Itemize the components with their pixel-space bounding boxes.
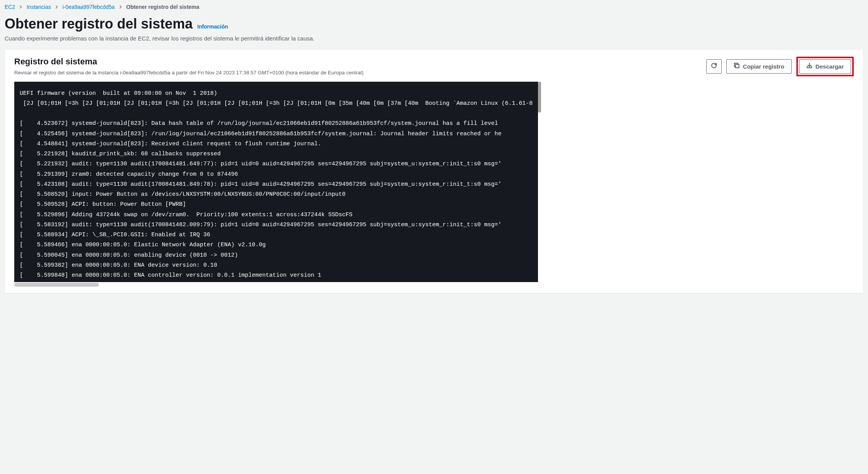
chevron-right-icon — [55, 4, 59, 10]
system-log-output[interactable]: UEFI firmware (version built at 09:00:00… — [14, 82, 538, 282]
download-icon — [806, 62, 813, 71]
breadcrumb-instance-id[interactable]: i-0ea9aa997febcdd5a — [62, 4, 114, 10]
info-link[interactable]: Información — [197, 24, 228, 30]
panel-description: Revisar el registro del sistema de la in… — [14, 70, 364, 76]
download-highlight: Descargar — [796, 57, 854, 76]
breadcrumb-instances[interactable]: Instancias — [27, 4, 51, 10]
refresh-icon — [711, 62, 717, 71]
page-title: Obtener registro del sistema — [5, 15, 193, 32]
breadcrumb: EC2 Instancias i-0ea9aa997febcdd5a Obten… — [0, 0, 868, 14]
panel-toolbar: Copiar registro Descargar — [706, 57, 854, 76]
download-label: Descargar — [816, 63, 844, 71]
download-button[interactable]: Descargar — [799, 59, 851, 74]
copy-icon — [734, 62, 740, 71]
refresh-button[interactable] — [706, 59, 722, 74]
scrollbar-thumb[interactable] — [14, 283, 99, 287]
log-vertical-scrollbar[interactable] — [538, 82, 541, 282]
chevron-right-icon — [19, 4, 23, 10]
panel-title: Registro del sistema — [14, 57, 364, 67]
page-description: Cuando experimente problemas con la inst… — [5, 35, 863, 42]
copy-log-label: Copiar registro — [743, 63, 784, 71]
log-horizontal-scrollbar[interactable] — [14, 283, 854, 287]
log-container: UEFI firmware (version built at 09:00:00… — [5, 82, 863, 293]
copy-log-button[interactable]: Copiar registro — [726, 59, 792, 74]
chevron-right-icon — [119, 4, 122, 10]
breadcrumb-current: Obtener registro del sistema — [126, 4, 199, 10]
page-header: Obtener registro del sistema Información… — [0, 14, 868, 49]
svg-rect-0 — [736, 64, 739, 68]
scrollbar-thumb[interactable] — [538, 82, 541, 113]
system-log-panel: Registro del sistema Revisar el registro… — [5, 49, 863, 293]
breadcrumb-ec2[interactable]: EC2 — [5, 4, 15, 10]
panel-header: Registro del sistema Revisar el registro… — [5, 50, 863, 82]
